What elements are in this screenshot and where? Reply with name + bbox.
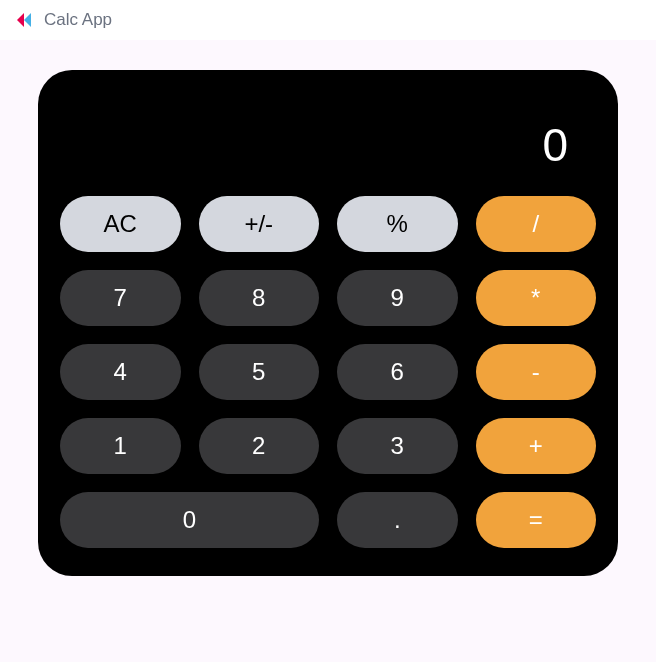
calculator-keypad: AC +/- % / 7 8 9 * 4 5 6 - 1 2 3 + 0 . =	[60, 196, 596, 548]
digit-5-button[interactable]: 5	[199, 344, 320, 400]
app-title: Calc App	[44, 10, 112, 30]
sign-button[interactable]: +/-	[199, 196, 320, 252]
digit-9-button[interactable]: 9	[337, 270, 458, 326]
app-header: Calc App	[0, 0, 656, 40]
back-icon[interactable]	[14, 10, 34, 30]
digit-2-button[interactable]: 2	[199, 418, 320, 474]
add-button[interactable]: +	[476, 418, 597, 474]
digit-6-button[interactable]: 6	[337, 344, 458, 400]
digit-3-button[interactable]: 3	[337, 418, 458, 474]
digit-8-button[interactable]: 8	[199, 270, 320, 326]
decimal-button[interactable]: .	[337, 492, 458, 548]
digit-7-button[interactable]: 7	[60, 270, 181, 326]
clear-button[interactable]: AC	[60, 196, 181, 252]
subtract-button[interactable]: -	[476, 344, 597, 400]
equals-button[interactable]: =	[476, 492, 597, 548]
digit-4-button[interactable]: 4	[60, 344, 181, 400]
digit-0-button[interactable]: 0	[60, 492, 319, 548]
divide-button[interactable]: /	[476, 196, 597, 252]
digit-1-button[interactable]: 1	[60, 418, 181, 474]
calculator-display: 0	[60, 98, 596, 196]
multiply-button[interactable]: *	[476, 270, 597, 326]
calculator: 0 AC +/- % / 7 8 9 * 4 5 6 - 1 2 3 + 0 .…	[38, 70, 618, 576]
percent-button[interactable]: %	[337, 196, 458, 252]
